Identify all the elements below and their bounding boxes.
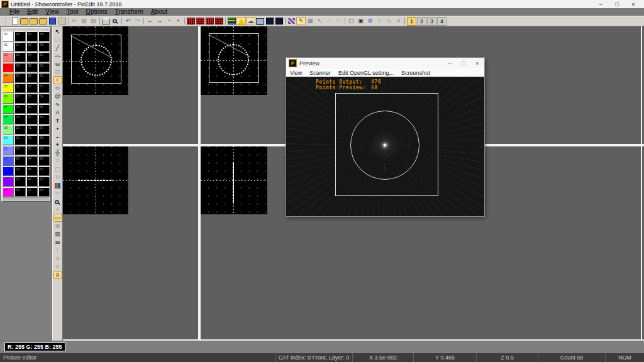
palette-swatch-35[interactable]: 35 [26,63,38,73]
palette-swatch-07[interactable]: 07 [3,104,14,114]
palette-swatch-54[interactable]: 54 [38,94,50,104]
palette-swatch-27[interactable]: 27 [14,146,26,156]
dmx-1-button[interactable] [265,17,274,25]
view-box-1-button[interactable]: ▢ [347,17,356,25]
palette-swatch-12[interactable]: 12 [3,156,14,166]
palette-swatch-63[interactable]: 63 [38,187,50,197]
maximize-button[interactable]: □ [609,1,625,8]
redo-button[interactable]: ↷ [133,17,142,25]
safety-zone-button[interactable] [236,17,246,25]
view-box-2-button[interactable]: ▣ [356,17,365,25]
palette-swatch-36[interactable]: 36 [26,73,38,83]
preview-titlebar[interactable]: P Preview – □ × [286,58,484,69]
preview-minimize-button[interactable]: – [443,60,457,67]
palette-swatch-04[interactable]: 04 [3,73,14,83]
save-button[interactable] [48,17,57,25]
preview-maximize-button[interactable]: □ [457,60,470,67]
palette-swatch-13[interactable]: 13 [3,167,14,177]
preview-menu-screenshot[interactable]: Screenshot [397,70,434,76]
menu-view[interactable]: View [42,8,63,16]
save-as-button[interactable] [57,17,67,25]
rectangle-tool[interactable]: □ [53,68,62,76]
onion-prev-tool[interactable]: a [53,255,62,263]
onion-show-tool[interactable]: a [53,271,62,279]
select-tool[interactable]: ↖ [53,28,62,36]
rotate-tool[interactable]: ↻ [53,173,62,182]
open-file-button[interactable] [19,17,29,25]
node-edit-tool[interactable]: ▢ [53,36,62,44]
palette-swatch-51[interactable]: 51 [38,63,50,73]
palette-swatch-53[interactable]: 53 [38,84,50,94]
palette-scrollbar[interactable] [3,197,49,200]
palette-swatch-08[interactable]: 08 [3,114,14,124]
next-frame-button[interactable]: → [155,17,164,25]
frame-matrix-4-button[interactable] [214,17,224,25]
prev-frame-button[interactable]: ← [145,17,155,25]
output-preview-button[interactable] [246,17,255,25]
palette-swatch-16[interactable]: 16 [14,31,26,41]
palette-swatch-55[interactable]: 55 [38,104,50,114]
close-button[interactable]: × [625,1,641,8]
palette-swatch-60[interactable]: 60 [38,156,50,166]
page-4-button[interactable]: 4 [437,17,447,26]
marquee-tool[interactable]: ▢ [53,165,62,173]
palette-editor-button[interactable] [227,17,236,25]
page-1-button[interactable]: 1 [407,17,416,26]
frame-matrix-2-button[interactable] [196,17,205,25]
palette-swatch-17[interactable]: 17 [14,42,26,52]
frame-matrix-1-button[interactable] [186,17,196,25]
viewport-front[interactable] [63,26,128,95]
minimize-button[interactable]: – [592,1,609,8]
palette-swatch-49[interactable]: 49 [38,42,50,52]
menu-file[interactable]: File [6,8,23,16]
print-button[interactable] [101,17,111,25]
align-button[interactable]: ∷ [334,17,343,25]
circle-tool[interactable]: ○ [53,76,62,84]
palette-swatch-21[interactable]: 21 [14,84,26,94]
text-outline-tool[interactable]: A [53,109,62,117]
paste-button[interactable]: ▥ [89,17,98,25]
page-2-button[interactable]: 2 [417,17,426,26]
magnet-button[interactable]: ∴ [325,17,334,25]
palette-swatch-34[interactable]: 34 [26,52,38,62]
preview-menu-edit-opengl-setting[interactable]: Edit OpenGL setting... [335,70,397,76]
layer-stack-tool[interactable]: ▣ [53,222,62,230]
menu-transform[interactable]: Transform [111,8,147,16]
palette-swatch-40[interactable]: 40 [26,114,38,124]
segment-tool[interactable]: – [53,133,62,141]
palette-swatch-41[interactable]: 41 [26,125,38,135]
preview-render-area[interactable]: Points Output: 476 Points Preview: 58 [286,77,484,216]
undo-button[interactable]: ↶ [123,17,133,25]
palette-swatch-48[interactable]: 48 [38,31,50,41]
palette-swatch-10[interactable]: 10 [3,135,14,145]
dmx-2-button[interactable] [274,17,284,25]
palette-swatch-57[interactable]: 57 [38,125,50,135]
palette-swatch-15[interactable]: 15 [3,187,14,197]
palette-swatch-00[interactable]: 00 [3,31,14,41]
palette-swatch-42[interactable]: 42 [26,135,38,145]
palette-swatch-01[interactable]: 01 [3,42,14,52]
cube-tool[interactable]: ▥ [53,230,62,238]
palette-swatch-29[interactable]: 29 [14,167,26,177]
freehand-tool[interactable]: ω [53,60,62,69]
line-tool[interactable]: ╱ [53,44,62,52]
new-file-button[interactable] [10,17,19,25]
zoom-tool[interactable] [53,198,62,206]
preview-menu-scanner[interactable]: Scanner [306,70,335,76]
palette-swatch-31[interactable]: 31 [14,187,26,197]
palette-swatch-44[interactable]: 44 [26,156,38,166]
cut-button[interactable]: ✂ [70,17,79,25]
palette-swatch-62[interactable]: 62 [38,177,50,187]
palette-swatch-46[interactable]: 46 [26,177,38,187]
editor-canvas[interactable]: P Preview – □ × ViewScannerEdit OpenGL s… [63,26,644,341]
palette-swatch-52[interactable]: 52 [38,73,50,83]
palette-swatch-24[interactable]: 24 [14,114,26,124]
center-tool[interactable]: + [53,206,62,214]
palette-swatch-03[interactable]: 03 [3,63,14,73]
text-solid-tool[interactable]: T [53,117,62,125]
palette-swatch-06[interactable]: 06 [3,94,14,104]
ellipse-tool[interactable]: ○ [53,84,62,92]
palette-swatch-43[interactable]: 43 [26,146,38,156]
palette-swatch-14[interactable]: 14 [3,177,14,187]
snap-tool[interactable]: + [53,246,62,255]
